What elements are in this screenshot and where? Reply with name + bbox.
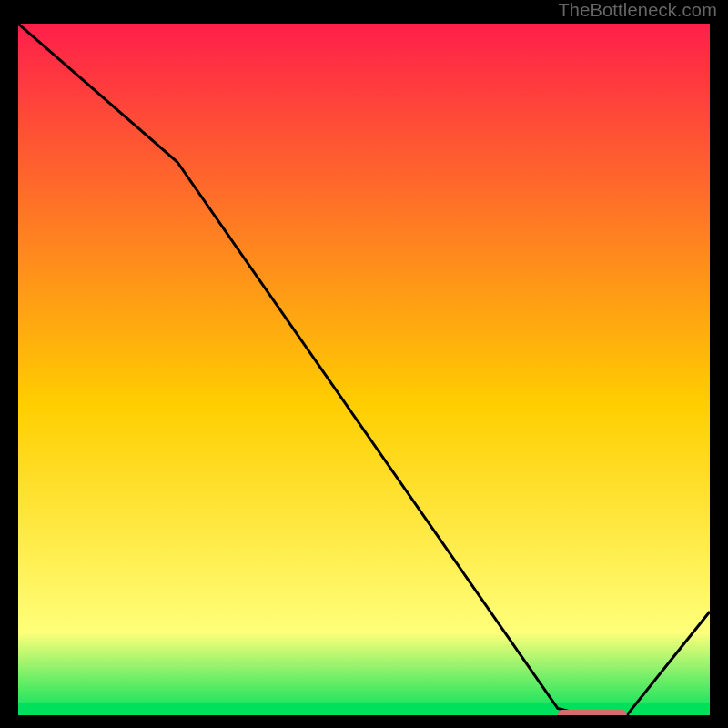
optimal-marker [558, 710, 627, 715]
chart-root: TheBottleneck.com [0, 0, 728, 728]
gradient-background [18, 24, 710, 715]
plot-area [18, 24, 710, 715]
attribution-text: TheBottleneck.com [558, 0, 717, 21]
plot-svg [18, 24, 710, 715]
